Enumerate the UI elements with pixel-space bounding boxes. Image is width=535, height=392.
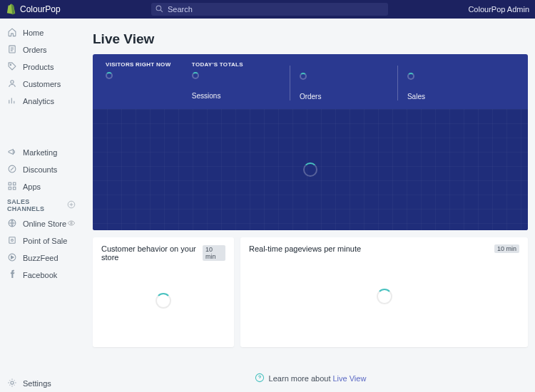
channel-online-store[interactable]: Online Store: [0, 215, 83, 232]
nav-analytics[interactable]: Analytics: [0, 93, 83, 110]
page-title: Live View: [93, 31, 528, 47]
svg-point-15: [11, 381, 14, 384]
sales-block: Sales: [407, 61, 515, 100]
spinner-icon: [303, 163, 317, 177]
pos-icon: [7, 235, 17, 247]
search-wrap: [151, 3, 388, 16]
svg-rect-7: [9, 187, 11, 190]
svg-point-0: [156, 6, 161, 11]
svg-rect-12: [9, 237, 15, 243]
channel-label: Point of Sale: [23, 237, 67, 245]
svg-point-13: [11, 239, 14, 242]
card-title: Real-time pageviews per minute: [249, 244, 361, 253]
svg-rect-5: [9, 182, 11, 185]
apps-icon: [7, 181, 17, 192]
buzzfeed-icon: [7, 252, 17, 264]
sidebar: Home Orders Products Customers Analytics…: [0, 19, 83, 392]
nav-label: Marketing: [23, 148, 57, 157]
tag-icon: [7, 61, 17, 73]
channels-header: SALES CHANNELS: [0, 195, 83, 215]
orders-block: Orders: [300, 61, 407, 100]
search-input[interactable]: [168, 5, 384, 14]
sessions-label: Sessions: [192, 92, 300, 100]
channel-label: Facebook: [23, 271, 57, 279]
channel-label: Online Store: [23, 220, 66, 228]
help-icon: [255, 373, 265, 384]
brand-wrap: ColourPop: [6, 4, 148, 15]
store-icon: [7, 218, 17, 229]
nav-label: Products: [23, 63, 54, 71]
spinner-icon: [192, 72, 199, 79]
orders-label: Orders: [300, 93, 407, 100]
facebook-icon: [7, 269, 17, 281]
footer-link[interactable]: Live View: [333, 374, 367, 383]
admin-label[interactable]: ColourPop Admin: [468, 5, 529, 14]
channels-header-label: SALES CHANNELS: [7, 198, 67, 212]
card-title: Customer behavior on your store: [101, 244, 203, 262]
channel-buzzfeed[interactable]: BuzzFeed: [0, 249, 83, 267]
home-icon: [7, 27, 17, 38]
svg-point-2: [10, 64, 11, 65]
discount-icon: [7, 164, 17, 175]
nav-label: Settings: [23, 379, 51, 388]
nav-customers[interactable]: Customers: [0, 76, 83, 93]
search-icon: [156, 4, 163, 15]
live-hero: VISITORS RIGHT NOW TODAY'S TOTALS Sessio…: [93, 54, 528, 230]
card-customer-behavior: Customer behavior on your store 10 min: [93, 237, 234, 347]
spinner-icon: [106, 72, 113, 79]
totals-label: TODAY'S TOTALS: [192, 61, 300, 68]
sales-label: Sales: [407, 93, 515, 100]
time-badge: 10 min: [494, 244, 519, 253]
nav-products[interactable]: Products: [0, 58, 83, 76]
footer-help: Learn more about Live View: [93, 373, 528, 384]
search-field[interactable]: [151, 3, 388, 16]
channel-pos[interactable]: Point of Sale: [0, 232, 83, 249]
footer-text: Learn more about Live View: [269, 374, 367, 383]
nav-discounts[interactable]: Discounts: [0, 161, 83, 178]
nav-marketing[interactable]: Marketing: [0, 144, 83, 161]
gear-icon: [7, 378, 17, 389]
nav-label: Apps: [23, 182, 41, 191]
customers-icon: [7, 78, 17, 90]
spinner-icon: [300, 73, 307, 80]
time-badge: 10 min: [203, 245, 225, 261]
spinner-icon: [377, 289, 392, 304]
visitors-block: VISITORS RIGHT NOW: [106, 61, 192, 100]
brand-name[interactable]: ColourPop: [20, 4, 61, 14]
svg-rect-8: [13, 187, 16, 190]
orders-icon: [7, 44, 17, 56]
megaphone-icon: [7, 147, 17, 158]
spinner-icon: [156, 293, 171, 309]
nav-settings[interactable]: Settings: [0, 375, 83, 392]
nav-label: Customers: [23, 80, 61, 88]
nav-apps[interactable]: Apps: [0, 178, 83, 195]
visitors-label: VISITORS RIGHT NOW: [106, 61, 192, 68]
main-content: Live View VISITORS RIGHT NOW TODAY'S TOT…: [83, 19, 535, 392]
nav-home[interactable]: Home: [0, 24, 83, 41]
spinner-icon: [407, 73, 414, 80]
topbar: ColourPop ColourPop Admin: [0, 0, 535, 19]
nav-label: Discounts: [23, 165, 57, 174]
channel-facebook[interactable]: Facebook: [0, 267, 83, 284]
svg-rect-6: [13, 182, 16, 185]
shopify-logo-icon: [6, 4, 16, 15]
svg-point-3: [11, 81, 14, 83]
nav-label: Home: [23, 29, 44, 37]
nav-label: Analytics: [23, 97, 54, 105]
svg-point-11: [71, 222, 72, 224]
nav-label: Orders: [23, 46, 47, 54]
add-channel-icon[interactable]: [67, 200, 76, 210]
sessions-block: TODAY'S TOTALS Sessions: [192, 61, 300, 100]
analytics-icon: [7, 96, 17, 107]
eye-icon[interactable]: [67, 219, 76, 229]
card-pageviews: Real-time pageviews per minute 10 min: [240, 237, 528, 347]
hero-chart-area: [93, 109, 528, 230]
nav-orders[interactable]: Orders: [0, 41, 83, 58]
channel-label: BuzzFeed: [23, 254, 58, 262]
